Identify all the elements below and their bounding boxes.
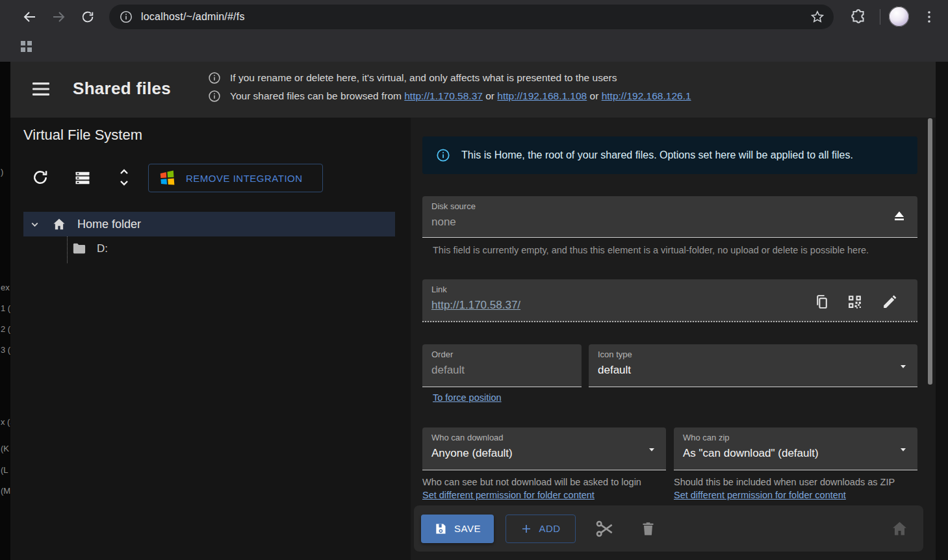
disk-source-value: none xyxy=(431,216,456,229)
eject-icon[interactable] xyxy=(891,209,907,224)
nav-fragment: ) xyxy=(1,167,10,177)
list-icon xyxy=(73,169,92,187)
order-value: default xyxy=(431,364,465,377)
clipped-nav-strip: ) ex ( 1 ( 2 ( 3 ( x (J (K (L (M xyxy=(0,62,10,560)
icon-type-select[interactable]: Icon type default xyxy=(589,344,917,387)
back-arrow-icon xyxy=(22,9,38,25)
browser-window: localhost/~/admin/#/fs xyxy=(0,0,948,560)
hamburger-icon xyxy=(32,82,49,96)
who-can-download-label: Who can download xyxy=(431,433,504,442)
edit-pencil-icon[interactable] xyxy=(882,294,898,310)
profile-avatar[interactable] xyxy=(889,6,909,27)
add-button-label: ADD xyxy=(539,523,560,534)
force-position-link[interactable]: To force position xyxy=(433,392,502,403)
link-field: Link http://1.170.58.37/ xyxy=(422,279,917,322)
admin-header: Shared files If you rename or delete her… xyxy=(10,62,936,118)
browser-menu-button[interactable] xyxy=(923,8,936,25)
details-scrollbar[interactable] xyxy=(928,118,932,385)
info-icon xyxy=(436,148,450,162)
nav-fragment: (L xyxy=(1,465,10,475)
who-can-zip-select[interactable]: Who can zip As "can download" (default) xyxy=(674,427,917,470)
notice-virtual: If you rename or delete here, it's virtu… xyxy=(208,71,617,84)
nav-fragment: 3 ( xyxy=(1,345,10,355)
kebab-menu-icon xyxy=(923,8,936,25)
folder-icon xyxy=(71,241,86,256)
icon-type-value: default xyxy=(598,364,631,377)
page-title: Shared files xyxy=(73,79,171,99)
vfs-title: Virtual File System xyxy=(23,127,142,144)
refresh-icon xyxy=(31,168,49,186)
nav-fragment: ex ( xyxy=(1,283,10,292)
vfs-reload-button[interactable] xyxy=(31,168,49,186)
address-bar[interactable]: localhost/~/admin/#/fs xyxy=(109,5,834,29)
tree-child-label: D: xyxy=(97,242,108,255)
vfs-flat-list-button[interactable] xyxy=(73,169,92,187)
reload-button[interactable] xyxy=(79,8,97,26)
info-icon xyxy=(208,71,221,84)
browse-link-1[interactable]: http://1.170.58.37 xyxy=(404,90,483,101)
unfold-more-icon xyxy=(116,168,135,187)
notice-browse-text: Your shared files can be browsed from ht… xyxy=(230,90,691,102)
tree-connector xyxy=(67,236,68,263)
reload-icon xyxy=(81,10,95,24)
who-can-zip-value: As "can download" (default) xyxy=(683,447,819,460)
icon-type-label: Icon type xyxy=(598,350,632,359)
folder-content-permission-link[interactable]: Set different permission for folder cont… xyxy=(422,490,595,500)
link-value[interactable]: http://1.170.58.37/ xyxy=(431,299,520,312)
link-label: Link xyxy=(431,285,447,294)
save-button[interactable]: SAVE xyxy=(421,515,494,543)
home-info-banner: This is Home, the root of your shared fi… xyxy=(422,136,917,174)
url-text: localhost/~/admin/#/fs xyxy=(141,11,245,23)
who-can-download-select[interactable]: Who can download Anyone (default) xyxy=(422,427,666,470)
admin-page: ) ex ( 1 ( 2 ( 3 ( x (J (K (L (M Shared … xyxy=(0,62,948,560)
apps-grid-icon xyxy=(20,40,33,53)
who-can-zip-helper: Should this be included when user downlo… xyxy=(674,477,921,487)
order-field[interactable]: Order default xyxy=(422,344,582,387)
who-can-download-helper: Who can see but not download will be ask… xyxy=(422,477,669,487)
go-home-button[interactable] xyxy=(891,520,908,537)
site-info-icon[interactable] xyxy=(118,8,135,25)
nav-fragment: 1 ( xyxy=(1,303,10,313)
chrome-separator xyxy=(880,9,880,25)
dropdown-arrow-icon xyxy=(898,444,908,455)
add-button[interactable]: ADD xyxy=(506,515,576,543)
forward-button[interactable] xyxy=(49,8,68,26)
banner-text: This is Home, the root of your shared fi… xyxy=(461,149,853,161)
floppy-save-icon xyxy=(434,522,447,535)
disk-source-label: Disk source xyxy=(431,201,476,211)
disk-source-field[interactable]: Disk source none xyxy=(422,196,917,238)
extensions-button[interactable] xyxy=(850,8,867,25)
dropdown-arrow-icon xyxy=(898,361,908,372)
tree-root-label: Home folder xyxy=(77,218,141,231)
chevron-down-icon[interactable] xyxy=(29,219,40,230)
disk-source-helper: This field is currently empty, and thus … xyxy=(433,245,914,255)
nav-fragment: (M xyxy=(1,486,10,496)
bookmarks-apps-button[interactable] xyxy=(20,40,33,53)
order-label: Order xyxy=(431,350,453,359)
who-can-download-value: Anyone (default) xyxy=(431,447,513,460)
puzzle-icon xyxy=(850,8,867,25)
browser-chrome: localhost/~/admin/#/fs xyxy=(0,0,948,62)
vfs-expand-collapse-button[interactable] xyxy=(116,168,135,186)
nav-fragment: 2 ( xyxy=(1,324,10,334)
footer-toolbar: SAVE ADD xyxy=(414,505,923,552)
menu-toggle-button[interactable] xyxy=(32,82,49,96)
nav-fragment: (K xyxy=(1,444,10,453)
notice-virtual-text: If you rename or delete here, it's virtu… xyxy=(230,72,617,84)
right-edge xyxy=(936,62,948,560)
copy-icon[interactable] xyxy=(813,294,830,310)
remove-integration-button[interactable]: REMOVE INTEGRATION xyxy=(148,164,323,192)
tree-row-d-drive[interactable]: D: xyxy=(71,241,108,256)
browse-link-3[interactable]: http://192.168.126.1 xyxy=(602,90,691,101)
folder-content-permission-link[interactable]: Set different permission for folder cont… xyxy=(674,490,846,500)
qr-code-icon[interactable] xyxy=(847,294,863,310)
delete-button[interactable] xyxy=(639,520,657,537)
bookmark-star-icon[interactable] xyxy=(810,9,825,25)
who-can-zip-label: Who can zip xyxy=(683,433,730,442)
tree-row-home[interactable]: Home folder xyxy=(23,212,395,236)
cut-button[interactable] xyxy=(595,518,615,539)
back-button[interactable] xyxy=(21,8,39,26)
windows-logo-icon xyxy=(159,170,176,187)
info-icon xyxy=(208,90,221,103)
browse-link-2[interactable]: http://192.168.1.108 xyxy=(497,90,587,101)
